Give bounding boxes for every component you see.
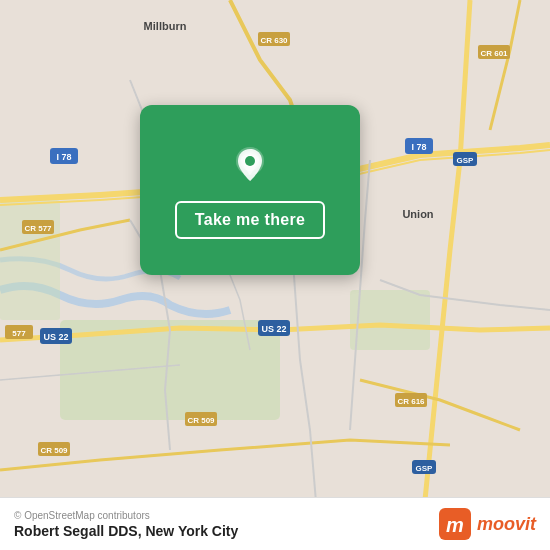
moovit-brand-name: moovit — [477, 514, 536, 535]
svg-text:US 22: US 22 — [261, 324, 286, 334]
location-pin-icon — [226, 141, 274, 189]
svg-rect-2 — [0, 200, 60, 320]
svg-text:GSP: GSP — [457, 156, 475, 165]
svg-rect-1 — [350, 290, 430, 350]
svg-text:US 22: US 22 — [43, 332, 68, 342]
location-name: Robert Segall DDS, New York City — [14, 523, 238, 539]
svg-text:CR 616: CR 616 — [397, 397, 425, 406]
svg-text:I 78: I 78 — [411, 142, 426, 152]
svg-text:Millburn: Millburn — [144, 20, 187, 32]
svg-text:CR 601: CR 601 — [480, 49, 508, 58]
map-container: I 78 I 78 I 78 US 22 US 22 GSP GSP CR 63… — [0, 0, 550, 550]
svg-text:CR 577: CR 577 — [24, 224, 52, 233]
svg-point-39 — [245, 156, 255, 166]
svg-text:CR 509: CR 509 — [187, 416, 215, 425]
navigation-card: Take me there — [140, 105, 360, 275]
take-me-there-button[interactable]: Take me there — [175, 201, 325, 239]
svg-text:CR 509: CR 509 — [40, 446, 68, 455]
copyright-text: © OpenStreetMap contributors — [14, 510, 238, 521]
svg-text:577: 577 — [12, 329, 26, 338]
moovit-logo: m moovit — [439, 508, 536, 540]
svg-text:Union: Union — [402, 208, 433, 220]
svg-text:CR 630: CR 630 — [260, 36, 288, 45]
location-info: © OpenStreetMap contributors Robert Sega… — [14, 510, 238, 539]
svg-text:GSP: GSP — [416, 464, 434, 473]
svg-text:m: m — [446, 514, 464, 536]
moovit-brand-icon: m — [439, 508, 471, 540]
bottom-info-bar: © OpenStreetMap contributors Robert Sega… — [0, 497, 550, 550]
map-roads: I 78 I 78 I 78 US 22 US 22 GSP GSP CR 63… — [0, 0, 550, 550]
svg-text:I 78: I 78 — [56, 152, 71, 162]
